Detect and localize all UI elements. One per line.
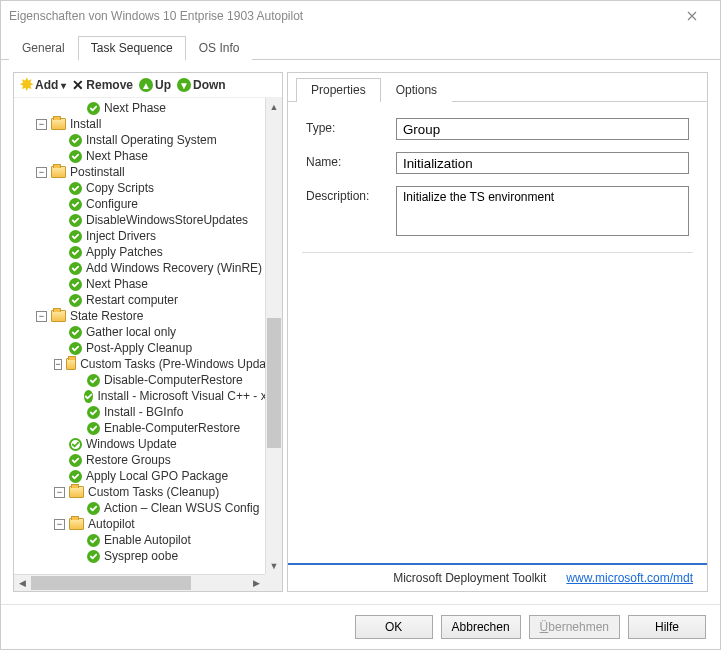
up-button[interactable]: ▲ Up (139, 78, 171, 92)
expander-icon[interactable]: − (36, 167, 47, 178)
tree-item[interactable]: DisableWindowsStoreUpdates (18, 212, 282, 228)
vertical-scrollbar[interactable]: ▲ ▼ (265, 98, 282, 574)
down-button[interactable]: ▼ Down (177, 78, 226, 92)
tree-item[interactable]: Install - BGInfo (18, 404, 282, 420)
tree-toolbar: ✸ Add ▾ ✕ Remove ▲ Up ▼ Down (14, 73, 282, 98)
check-icon (87, 550, 100, 563)
tree-item[interactable]: −Custom Tasks (Cleanup) (18, 484, 282, 500)
tree-item[interactable]: Gather local only (18, 324, 282, 340)
description-field[interactable] (396, 186, 689, 236)
check-icon (69, 246, 82, 259)
properties-panel: Properties Options Type: Name: Descripti… (287, 72, 708, 592)
tree-item[interactable]: Add Windows Recovery (WinRE) (18, 260, 282, 276)
tree-item-label: Copy Scripts (84, 181, 156, 195)
type-label: Type: (306, 118, 388, 135)
tree-item-label: Post-Apply Cleanup (84, 341, 194, 355)
apply-button[interactable]: Übernehmen (529, 615, 620, 639)
tree-item[interactable]: Disable-ComputerRestore (18, 372, 282, 388)
tree-item[interactable]: Configure (18, 196, 282, 212)
check-icon (87, 374, 100, 387)
tree-item-label: Gather local only (84, 325, 178, 339)
tree-item[interactable]: Next Phase (18, 100, 282, 116)
tab-general[interactable]: General (9, 36, 78, 60)
tree-item[interactable]: Restart computer (18, 292, 282, 308)
help-button[interactable]: Hilfe (628, 615, 706, 639)
check-icon (87, 406, 100, 419)
tree-item[interactable]: Enable Autopilot (18, 532, 282, 548)
check-icon (69, 198, 82, 211)
expander-placeholder (72, 407, 83, 418)
scroll-up-arrow[interactable]: ▲ (266, 98, 282, 115)
tree-item[interactable]: Action – Clean WSUS Config (18, 500, 282, 516)
scroll-thumb-horizontal[interactable] (31, 576, 191, 590)
branding-link[interactable]: www.microsoft.com/mdt (566, 571, 693, 585)
tree-item[interactable]: Inject Drivers (18, 228, 282, 244)
tree-item[interactable]: Restore Groups (18, 452, 282, 468)
check-icon (87, 502, 100, 515)
tree-item[interactable]: Install Operating System (18, 132, 282, 148)
expander-icon[interactable]: − (36, 119, 47, 130)
expander-placeholder (54, 439, 65, 450)
tree-item[interactable]: Windows Update (18, 436, 282, 452)
properties-window: Eigenschaften von Windows 10 Entprise 19… (0, 0, 721, 650)
expander-placeholder (54, 295, 65, 306)
main-tabs: General Task Sequence OS Info (1, 31, 720, 60)
name-field[interactable] (396, 152, 689, 174)
branding-bar: Microsoft Deployment Toolkit www.microso… (288, 563, 707, 591)
scroll-thumb-vertical[interactable] (267, 318, 281, 448)
expander-placeholder (72, 535, 83, 546)
tree-item-label: Sysprep oobe (102, 549, 180, 563)
up-icon: ▲ (139, 78, 153, 92)
add-icon: ✸ (20, 77, 33, 93)
scroll-left-arrow[interactable]: ◀ (14, 575, 31, 591)
tree-item[interactable]: −Custom Tasks (Pre-Windows Update) (18, 356, 282, 372)
down-label: Down (193, 78, 226, 92)
tree-item[interactable]: Next Phase (18, 148, 282, 164)
tree-item[interactable]: −Install (18, 116, 282, 132)
tree-item[interactable]: −Postinstall (18, 164, 282, 180)
tree-item-label: Next Phase (84, 149, 150, 163)
close-button[interactable] (672, 1, 712, 31)
tree-item[interactable]: Next Phase (18, 276, 282, 292)
subtab-properties[interactable]: Properties (296, 78, 381, 102)
horizontal-scrollbar[interactable]: ◀ ▶ (14, 574, 265, 591)
check-icon (69, 438, 82, 451)
expander-icon[interactable]: − (36, 311, 47, 322)
expander-icon[interactable]: − (54, 487, 65, 498)
tree-item-label: Enable Autopilot (102, 533, 193, 547)
tree-item[interactable]: Sysprep oobe (18, 548, 282, 564)
tree-item[interactable]: Apply Local GPO Package (18, 468, 282, 484)
expander-icon[interactable]: − (54, 519, 65, 530)
subtab-options[interactable]: Options (381, 78, 452, 102)
task-tree[interactable]: Next Phase−InstallInstall Operating Syst… (14, 98, 282, 591)
add-button[interactable]: ✸ Add ▾ (20, 77, 66, 93)
tree-item[interactable]: Apply Patches (18, 244, 282, 260)
scroll-right-arrow[interactable]: ▶ (248, 575, 265, 591)
expander-placeholder (72, 551, 83, 562)
tree-item[interactable]: −State Restore (18, 308, 282, 324)
tree-item-label: DisableWindowsStoreUpdates (84, 213, 250, 227)
tree-item[interactable]: −Autopilot (18, 516, 282, 532)
ok-button[interactable]: OK (355, 615, 433, 639)
tree-item-label: Apply Local GPO Package (84, 469, 230, 483)
tree-item[interactable]: Post-Apply Cleanup (18, 340, 282, 356)
type-field[interactable] (396, 118, 689, 140)
expander-placeholder (54, 263, 65, 274)
cancel-button[interactable]: Abbrechen (441, 615, 521, 639)
remove-button[interactable]: ✕ Remove (72, 78, 133, 92)
expander-placeholder (54, 471, 65, 482)
tree-item-label: Install Operating System (84, 133, 219, 147)
expander-icon[interactable]: − (54, 359, 62, 370)
description-label: Description: (306, 186, 388, 203)
folder-icon (51, 118, 66, 130)
tree-item[interactable]: Install - Microsoft Visual C++ - x86 (18, 388, 282, 404)
branding-text: Microsoft Deployment Toolkit (393, 571, 546, 585)
scroll-down-arrow[interactable]: ▼ (266, 557, 282, 574)
content-area: ✸ Add ▾ ✕ Remove ▲ Up ▼ Down Next P (1, 60, 720, 604)
tree-container: Next Phase−InstallInstall Operating Syst… (14, 98, 282, 591)
tab-os-info[interactable]: OS Info (186, 36, 253, 60)
tree-item[interactable]: Enable-ComputerRestore (18, 420, 282, 436)
expander-placeholder (54, 151, 65, 162)
tree-item[interactable]: Copy Scripts (18, 180, 282, 196)
tab-task-sequence[interactable]: Task Sequence (78, 36, 186, 60)
